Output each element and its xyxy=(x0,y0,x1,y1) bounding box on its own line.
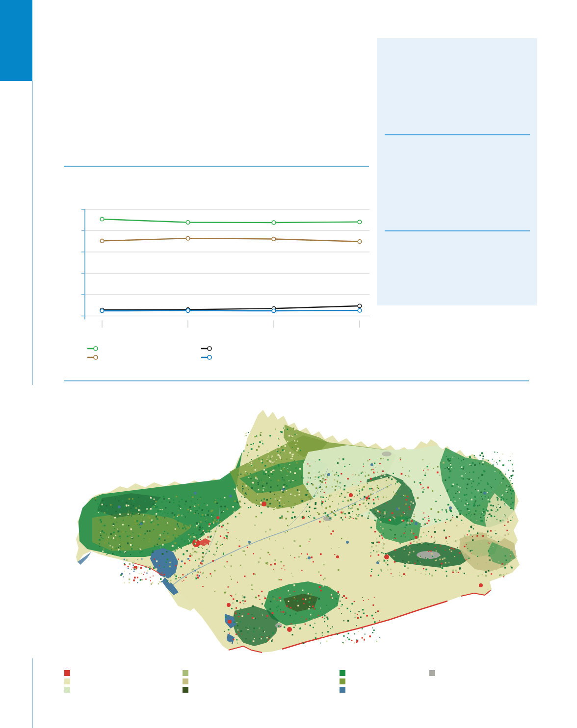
chart-section-divider xyxy=(64,166,369,167)
sidebar-divider-2 xyxy=(385,230,530,231)
map-section-divider xyxy=(64,380,529,381)
sidebar-divider-1 xyxy=(385,134,530,135)
legend-swatch-sage-green xyxy=(183,670,188,676)
line-chart xyxy=(64,203,378,370)
legend-swatch-darkest-green xyxy=(183,687,188,693)
legend-swatch-olive-green xyxy=(340,678,345,684)
legend-swatch-emerald-green xyxy=(340,670,345,676)
legend-swatch-urban-red xyxy=(64,670,70,676)
legend-swatch-pale-khaki xyxy=(64,678,70,684)
land-cover-map xyxy=(73,395,529,655)
legend-swatch-khaki xyxy=(183,678,188,684)
page-corner-block xyxy=(0,0,32,81)
left-vertical-rule-top xyxy=(32,81,33,385)
left-vertical-rule-bottom xyxy=(32,658,33,728)
legend-swatch-steel-blue xyxy=(340,687,345,693)
legend-swatch-gray xyxy=(429,670,435,676)
legend-swatch-pale-green xyxy=(64,687,70,693)
sidebar-info-panel xyxy=(377,38,537,305)
